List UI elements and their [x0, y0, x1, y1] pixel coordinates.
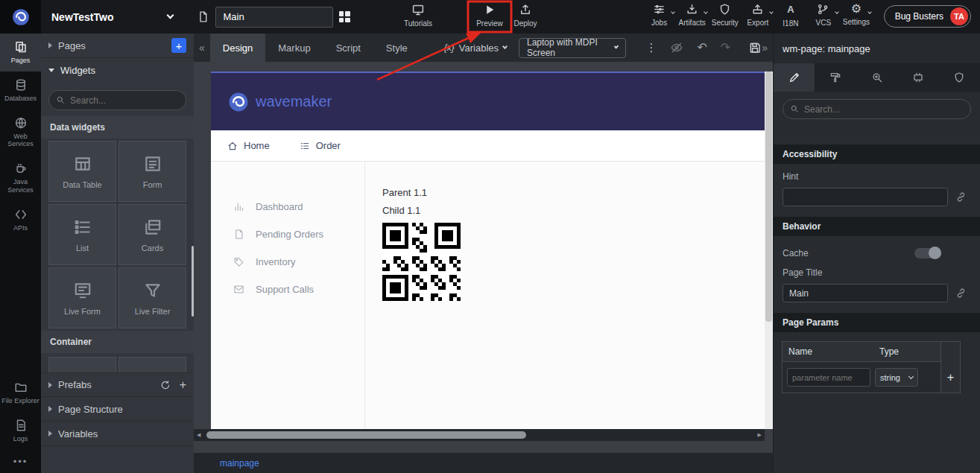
bind-link-icon[interactable] — [955, 191, 967, 203]
widget-cards[interactable]: Cards — [118, 204, 186, 265]
cache-toggle[interactable] — [914, 248, 941, 258]
container-group-label: Container — [41, 331, 194, 353]
panel-scrollbar-thumb[interactable] — [192, 246, 194, 317]
page-content: Parent 1.1 Child 1.1 — [365, 162, 765, 429]
rail-more-button[interactable]: ••• — [0, 450, 41, 473]
widget-list[interactable]: List — [48, 204, 116, 265]
deploy-label: Deploy — [513, 19, 537, 28]
widget-data-table[interactable]: Data Table — [48, 141, 116, 202]
rendered-page[interactable]: wavemaker Home Order — [211, 72, 765, 429]
paint-roller-icon — [829, 72, 841, 83]
variables-dropdown[interactable]: {x} Variables — [444, 42, 507, 54]
nav-item-home[interactable]: Home — [227, 140, 270, 151]
i18n-button[interactable]: A I18N — [777, 3, 804, 28]
scroll-right-icon[interactable]: ▶ — [755, 432, 765, 438]
menu-item-dashboard[interactable]: Dashboard — [211, 193, 364, 220]
param-header-name: Name — [783, 342, 873, 361]
rail-item-web-services[interactable]: Web Services — [0, 109, 41, 156]
qr-code-image[interactable] — [382, 223, 461, 301]
parent-label-widget[interactable]: Parent 1.1 — [382, 187, 765, 198]
page-title-input[interactable] — [783, 284, 948, 302]
canvas-vertical-scrollbar[interactable] — [765, 72, 773, 429]
widget-container-partial[interactable] — [48, 357, 116, 372]
rail-item-pages[interactable]: Pages — [0, 34, 41, 72]
widget-live-form[interactable]: Live Form — [48, 267, 116, 328]
rail-item-logs[interactable]: Logs — [0, 412, 41, 450]
settings-button[interactable]: ⚙ Settings — [843, 3, 870, 28]
refresh-icon[interactable] — [160, 380, 171, 390]
pages-accordion[interactable]: Pages + — [41, 34, 194, 58]
nav-item-order[interactable]: Order — [300, 140, 341, 151]
preview-visibility-icon[interactable] — [670, 41, 683, 54]
redo-icon[interactable]: ↷ — [721, 42, 730, 54]
bind-link-icon[interactable] — [955, 288, 967, 299]
param-name-input[interactable] — [787, 368, 870, 387]
tab-style[interactable]: Style — [373, 34, 420, 62]
rail-item-apis[interactable]: APIs — [0, 201, 41, 239]
more-options-icon[interactable]: ⋮ — [645, 41, 657, 54]
scrollbar-thumb[interactable] — [765, 72, 772, 322]
widget-form[interactable]: Form — [118, 141, 186, 202]
widget-container-partial[interactable] — [118, 357, 186, 372]
page-header-widget[interactable]: wavemaker — [211, 73, 765, 130]
rail-label: Java Services — [1, 178, 39, 194]
widget-live-filter[interactable]: Live Filter — [118, 267, 186, 328]
status-page-link[interactable]: mainpage — [220, 458, 259, 469]
deploy-button[interactable]: Deploy — [505, 3, 546, 28]
export-button[interactable]: Export — [745, 3, 771, 28]
wavemaker-logo[interactable] — [0, 0, 41, 34]
jobs-button[interactable]: Jobs — [646, 3, 673, 28]
tab-security[interactable] — [939, 63, 980, 92]
device-selector[interactable]: Laptop with MDPI Screen — [519, 38, 626, 58]
prefabs-accordion[interactable]: Prefabs + — [41, 372, 194, 397]
save-icon[interactable] — [748, 41, 762, 54]
menu-item-support-calls[interactable]: Support Calls — [211, 276, 364, 303]
project-name[interactable]: NewTestTwo — [51, 11, 114, 23]
properties-search-wrap — [774, 92, 980, 127]
tab-script[interactable]: Script — [323, 34, 373, 62]
child-label-widget[interactable]: Child 1.1 — [382, 205, 765, 216]
expand-right-icon[interactable]: » — [762, 42, 773, 54]
tab-properties[interactable] — [774, 63, 815, 92]
artifacts-button[interactable]: Artifacts — [679, 3, 706, 28]
widget-search-input[interactable] — [48, 90, 186, 110]
security-button[interactable]: Security — [712, 3, 739, 28]
undo-icon[interactable]: ↶ — [697, 42, 706, 54]
rail-label: Pages — [11, 57, 31, 65]
jobs-label: Jobs — [651, 19, 667, 27]
scrollbar-thumb[interactable] — [206, 431, 526, 439]
page-structure-accordion[interactable]: Page Structure — [41, 397, 194, 422]
add-param-button[interactable]: + — [947, 370, 955, 385]
properties-search-input[interactable] — [783, 99, 971, 119]
widget-label: List — [76, 244, 89, 253]
widgets-accordion[interactable]: Widgets — [41, 58, 194, 83]
scroll-left-icon[interactable]: ◀ — [194, 432, 203, 438]
tab-markup[interactable]: Markup — [265, 34, 323, 62]
menu-item-pending-orders[interactable]: Pending Orders — [211, 220, 364, 248]
rail-item-file-explorer[interactable]: File Explorer — [0, 374, 41, 412]
page-selector[interactable]: Main — [215, 7, 333, 28]
tab-devices[interactable] — [897, 63, 938, 92]
add-prefab-button[interactable]: + — [180, 379, 186, 391]
hint-input[interactable] — [783, 188, 948, 206]
page-grid-icon[interactable] — [339, 11, 350, 22]
rail-item-databases[interactable]: Databases — [0, 72, 41, 109]
project-chevron-icon[interactable] — [166, 12, 174, 19]
canvas-horizontal-scrollbar[interactable]: ◀ ▶ — [194, 429, 765, 441]
tab-design[interactable]: Design — [210, 34, 265, 62]
param-type-select[interactable]: string — [875, 368, 918, 387]
team-button[interactable]: Bug Busters TA — [884, 5, 971, 28]
preview-button[interactable]: Preview — [470, 3, 510, 28]
tab-search-properties[interactable] — [856, 63, 897, 92]
collapse-left-panel-icon[interactable]: « — [194, 42, 210, 54]
menu-label: Inventory — [256, 256, 295, 267]
variables-accordion[interactable]: Variables — [41, 422, 194, 446]
menu-item-inventory[interactable]: Inventory — [211, 248, 364, 276]
tutorials-button[interactable]: Tutorials — [398, 3, 438, 28]
vcs-button[interactable]: VCS — [810, 3, 837, 28]
chevron-down-icon — [614, 44, 619, 49]
avatar[interactable]: TA — [950, 7, 968, 25]
tab-styles[interactable] — [815, 63, 856, 92]
rail-item-java-services[interactable]: Java Services — [0, 155, 41, 201]
add-page-button[interactable]: + — [171, 38, 186, 53]
